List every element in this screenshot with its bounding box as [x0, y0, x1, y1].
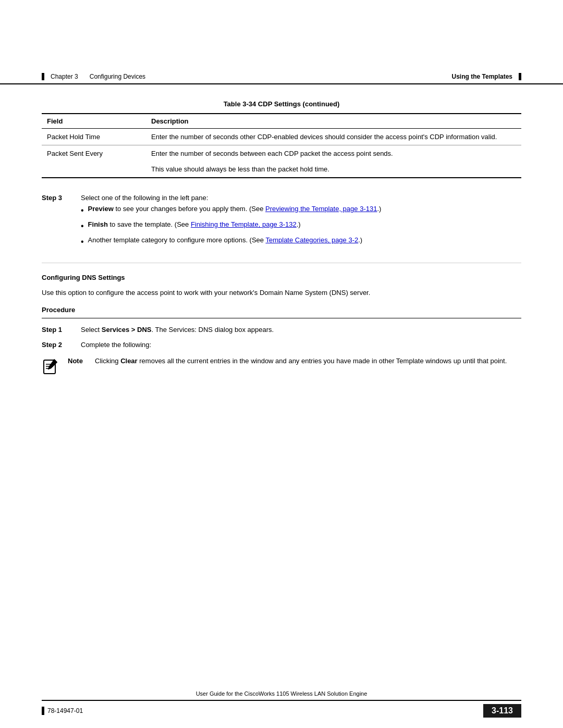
- step3-label: Step 3: [42, 194, 70, 202]
- step3-content: Select one of the following in the left …: [81, 194, 521, 252]
- table-row: Packet Sent Every Enter the number of se…: [42, 145, 521, 178]
- desc-line-2: This value should always be less than th…: [151, 165, 516, 173]
- main-content: Table 3-34 CDP Settings (continued) Fiel…: [0, 84, 563, 417]
- bullet-text-3: Another template category to configure m…: [88, 236, 363, 244]
- footer-doc-number: 78-14947-01: [47, 707, 83, 714]
- clear-bold: Clear: [120, 357, 138, 365]
- header-bar-left: [42, 73, 44, 80]
- bullet-icon: •: [81, 237, 84, 246]
- note-row: Note Clicking Clear removes all the curr…: [42, 356, 521, 376]
- cdp-table: Field Description Packet Hold Time Enter…: [42, 113, 521, 178]
- bullet-icon: •: [81, 221, 84, 231]
- finish-link[interactable]: Finishing the Template, page 3-132: [191, 220, 297, 228]
- procedure-divider: [42, 318, 521, 318]
- bullet-text-2: Finish to save the template. (See Finish…: [88, 220, 301, 228]
- footer-bottom: 78-14947-01 3-113: [42, 700, 521, 718]
- col-header-description: Description: [146, 114, 521, 129]
- header-bar-right: [519, 73, 521, 80]
- dns-body-text: Use this option to configure the access …: [42, 288, 521, 298]
- footer-left: 78-14947-01: [42, 707, 83, 715]
- dns-section-heading: Configuring DNS Settings: [42, 274, 521, 281]
- note-pencil-icon: [42, 357, 60, 376]
- table-cell-description: Enter the number of seconds between each…: [146, 145, 521, 178]
- using-templates-label: Using the Templates: [452, 73, 512, 80]
- step1-label: Step 1: [42, 326, 70, 334]
- table-cell-field: Packet Hold Time: [42, 129, 146, 145]
- list-item: • Preview to see your changes before you…: [81, 205, 521, 215]
- footer-top-text: User Guide for the CiscoWorks 1105 Wirel…: [42, 690, 521, 697]
- note-label: Note: [68, 357, 88, 365]
- section-divider: [42, 263, 521, 263]
- services-dns-bold: Services > DNS: [102, 326, 152, 334]
- finish-bold: Finish: [88, 220, 108, 228]
- template-categories-link[interactable]: Template Categories, page 3-2: [265, 236, 358, 244]
- table-cell-field: Packet Sent Every: [42, 145, 146, 178]
- header-right: Using the Templates: [452, 73, 521, 80]
- procedure-label: Procedure: [42, 306, 521, 314]
- step2-content: Complete the following:: [81, 341, 521, 349]
- step1-row: Step 1 Select Services > DNS. The Servic…: [42, 326, 521, 334]
- footer-page-number: 3-113: [483, 704, 521, 718]
- step3-bullet-list: • Preview to see your changes before you…: [81, 205, 521, 247]
- list-item: • Finish to save the template. (See Fini…: [81, 220, 521, 231]
- chapter-label: Chapter 3: [51, 73, 78, 80]
- preview-bold: Preview: [88, 205, 114, 213]
- step2-label: Step 2: [42, 341, 70, 349]
- col-header-field: Field: [42, 114, 146, 129]
- step1-content: Select Services > DNS. The Services: DNS…: [81, 326, 521, 334]
- page-header: Chapter 3 Configuring Devices Using the …: [0, 0, 563, 84]
- table-title: Table 3-34 CDP Settings (continued): [42, 100, 521, 108]
- step2-row: Step 2 Complete the following:: [42, 341, 521, 349]
- table-row: Packet Hold Time Enter the number of sec…: [42, 129, 521, 145]
- table-cell-description: Enter the number of seconds other CDP-en…: [146, 129, 521, 145]
- header-left: Chapter 3 Configuring Devices: [42, 73, 145, 80]
- page: Chapter 3 Configuring Devices Using the …: [0, 0, 563, 728]
- page-footer: User Guide for the CiscoWorks 1105 Wirel…: [0, 685, 563, 728]
- step3-intro: Select one of the following in the left …: [81, 194, 208, 202]
- footer-bar: [42, 707, 44, 715]
- desc-line-1: Enter the number of seconds between each…: [151, 150, 516, 157]
- preview-link[interactable]: Previewing the Template, page 3-131: [265, 205, 377, 213]
- bullet-icon: •: [81, 205, 84, 215]
- note-content: Clicking Clear removes all the current e…: [95, 356, 507, 366]
- section-label: Configuring Devices: [90, 73, 145, 80]
- step3-row: Step 3 Select one of the following in th…: [42, 194, 521, 252]
- bullet-text-1: Preview to see your changes before you a…: [88, 205, 382, 213]
- list-item: • Another template category to configure…: [81, 236, 521, 246]
